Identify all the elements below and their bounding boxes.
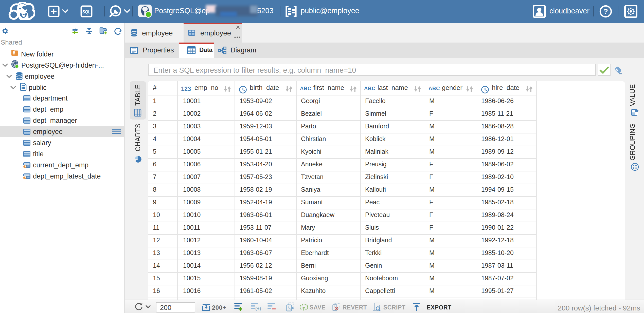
svg-text:?: ? [603, 7, 608, 15]
svg-text:SQL: SQL [82, 9, 91, 14]
svg-text:(+): (+) [255, 306, 261, 311]
